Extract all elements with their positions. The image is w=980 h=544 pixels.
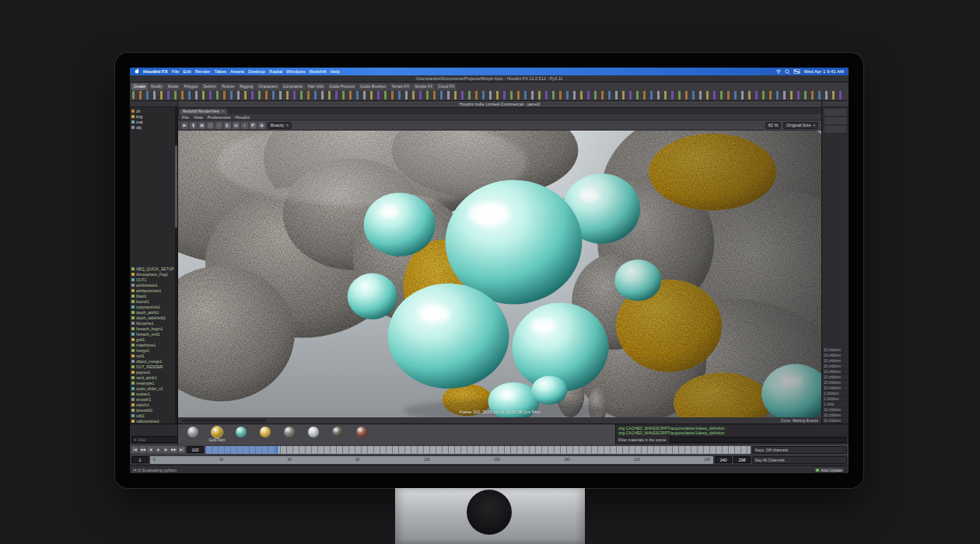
frame-range-ruler[interactable]: 0306090120150180210240 bbox=[150, 456, 713, 464]
shelf-tools-strip[interactable] bbox=[132, 91, 846, 99]
tree-item[interactable]: merge1 bbox=[131, 348, 175, 354]
tree-item[interactable]: grid1 bbox=[131, 337, 175, 343]
tree-item[interactable]: timeshift1 bbox=[131, 408, 175, 413]
tree-item[interactable]: object_merge1 bbox=[131, 359, 175, 364]
size-mode-select[interactable]: Original Size ▾ bbox=[783, 122, 818, 129]
menu-item[interactable]: Edit bbox=[183, 69, 191, 74]
tree-item[interactable]: bound1 bbox=[131, 299, 175, 305]
keys-channels-box[interactable]: Keys, 0/8 channels bbox=[752, 446, 847, 454]
shelf-tab[interactable]: Terrain FX bbox=[389, 83, 411, 90]
shelf-tab[interactable]: Simple FX bbox=[412, 83, 435, 90]
menu-item[interactable]: Takes bbox=[214, 69, 226, 74]
menu-item[interactable]: File bbox=[172, 69, 180, 74]
control-center-icon[interactable] bbox=[793, 69, 800, 74]
transport-button[interactable]: ■ bbox=[155, 446, 162, 453]
range-end2-field[interactable]: 298 bbox=[733, 456, 751, 463]
toolbar-icon[interactable]: ◉ bbox=[258, 122, 265, 129]
shelf-tab[interactable]: Characters bbox=[256, 83, 279, 90]
material-item[interactable] bbox=[256, 427, 275, 442]
renderview-menu-item[interactable]: Preferences bbox=[208, 115, 231, 120]
toolbar-icon[interactable]: ▤ bbox=[233, 122, 240, 129]
tree-item[interactable]: resample1 bbox=[131, 381, 175, 386]
transport-button[interactable]: ◀ bbox=[147, 446, 154, 453]
toolbar-icon[interactable]: ▶ bbox=[181, 122, 188, 129]
transport-button[interactable]: ▶ bbox=[163, 446, 170, 453]
materials-filter-input[interactable] bbox=[670, 437, 846, 443]
parameter-field[interactable] bbox=[824, 109, 846, 116]
outline-row[interactable]: 10 children bbox=[822, 364, 849, 369]
outline-row[interactable]: 10 children bbox=[822, 358, 849, 364]
app-menu-title[interactable]: Houdini FX bbox=[143, 69, 168, 74]
tree-item[interactable]: scale_slider_v1 bbox=[131, 386, 175, 392]
close-icon[interactable]: × bbox=[222, 109, 224, 114]
shelf-tab[interactable]: Rigging bbox=[237, 83, 255, 90]
material-sphere[interactable] bbox=[356, 427, 367, 438]
tab-redshift-renderview[interactable]: Redshift RenderView × bbox=[180, 109, 227, 114]
search-icon[interactable] bbox=[785, 69, 790, 75]
shelf-tab[interactable]: Create bbox=[131, 83, 148, 90]
outline-row[interactable]: 10 children bbox=[822, 353, 849, 358]
aov-select[interactable]: Beauty ▾ bbox=[268, 122, 292, 129]
tree-item[interactable]: matchsize1 bbox=[131, 343, 175, 348]
tree-item[interactable]: OUT_RENDER bbox=[131, 364, 175, 370]
tree-item[interactable]: attribpromote1 bbox=[131, 288, 175, 294]
material-sphere[interactable] bbox=[308, 427, 319, 438]
transport-button[interactable]: |◀ bbox=[131, 446, 138, 453]
menu-item[interactable]: Windows bbox=[286, 69, 305, 74]
outline-row[interactable]: 1 child bbox=[822, 402, 849, 407]
timeline-ruler[interactable] bbox=[205, 446, 751, 454]
playhead[interactable] bbox=[276, 446, 278, 454]
auto-update-toggle[interactable]: Auto Update bbox=[813, 466, 845, 473]
material-sphere[interactable] bbox=[332, 427, 343, 438]
renderview-menu-item[interactable]: File bbox=[182, 115, 189, 120]
outline-row[interactable]: 10 children bbox=[822, 380, 849, 385]
outline-row[interactable]: 10 children bbox=[822, 369, 849, 375]
shelf-tab[interactable]: Cloud FX bbox=[436, 83, 457, 90]
outline-row[interactable]: 10 children bbox=[822, 418, 849, 424]
outline-row[interactable]: 2 children bbox=[822, 391, 849, 396]
tree-item[interactable]: foreach_begin1 bbox=[131, 326, 175, 332]
tree-item[interactable]: blast1 bbox=[131, 294, 175, 299]
menu-item[interactable]: Render bbox=[195, 69, 211, 74]
toolbar-icon[interactable]: ◩ bbox=[250, 122, 257, 129]
zoom-level[interactable]: 62 % bbox=[765, 122, 782, 129]
tree-item[interactable]: ABQ_QUICK_SETUP bbox=[131, 267, 175, 272]
toolbar-icon[interactable]: ▮ bbox=[190, 122, 197, 129]
material-sphere[interactable] bbox=[236, 427, 247, 438]
tree-item[interactable]: attribdelete1 bbox=[131, 283, 175, 288]
tree-item[interactable]: null1 bbox=[131, 354, 175, 359]
range-end-field[interactable]: 240 bbox=[715, 456, 732, 463]
renderview-menu-item[interactable]: Houdini bbox=[235, 115, 250, 120]
tree-panel-header[interactable] bbox=[130, 101, 177, 107]
tree-item[interactable]: OUT1 bbox=[131, 277, 175, 283]
menu-item[interactable]: Radial bbox=[269, 69, 282, 74]
material-item[interactable] bbox=[352, 427, 371, 442]
tree-item[interactable]: popnet1 bbox=[131, 370, 175, 375]
shelf-tab[interactable]: Hair Utils bbox=[306, 83, 326, 90]
material-sphere[interactable] bbox=[212, 427, 222, 438]
toolbar-icon[interactable]: ◫ bbox=[207, 122, 214, 129]
toolbar-icon[interactable]: □ bbox=[215, 122, 222, 129]
tree-item[interactable]: scatter1 bbox=[131, 392, 175, 397]
outline-row[interactable]: 10 children bbox=[822, 413, 849, 418]
material-sphere[interactable] bbox=[260, 427, 271, 438]
outline-row[interactable]: 10 children bbox=[822, 385, 849, 391]
material-item[interactable] bbox=[304, 427, 323, 442]
tree-item[interactable]: switch1 bbox=[131, 403, 175, 408]
material-item[interactable] bbox=[232, 427, 250, 442]
tree-item[interactable]: rand_attrib1 bbox=[131, 375, 175, 381]
tree-item[interactable]: filecache1 bbox=[131, 321, 175, 326]
shelf-tab[interactable]: Guide Brushes bbox=[358, 83, 388, 90]
outline-row[interactable]: 2 children bbox=[822, 396, 849, 402]
current-frame-field[interactable]: 102 bbox=[187, 446, 204, 453]
shelf-tab[interactable]: Texture bbox=[219, 83, 236, 90]
tree-item[interactable]: smooth1 bbox=[131, 397, 175, 403]
tree-item[interactable]: depth_tablefield1 bbox=[131, 316, 175, 321]
clear-filter-icon[interactable]: × bbox=[134, 438, 136, 442]
shelf-tab[interactable]: Modify bbox=[149, 83, 165, 90]
outline-row[interactable]: 10 children bbox=[822, 407, 849, 413]
tree-item[interactable]: Atmosphere_Fog1 bbox=[131, 272, 175, 277]
outline-row[interactable]: 10 children bbox=[822, 347, 849, 353]
shelf-tab[interactable]: Guide Process bbox=[327, 83, 357, 90]
parameter-field[interactable] bbox=[824, 126, 846, 133]
